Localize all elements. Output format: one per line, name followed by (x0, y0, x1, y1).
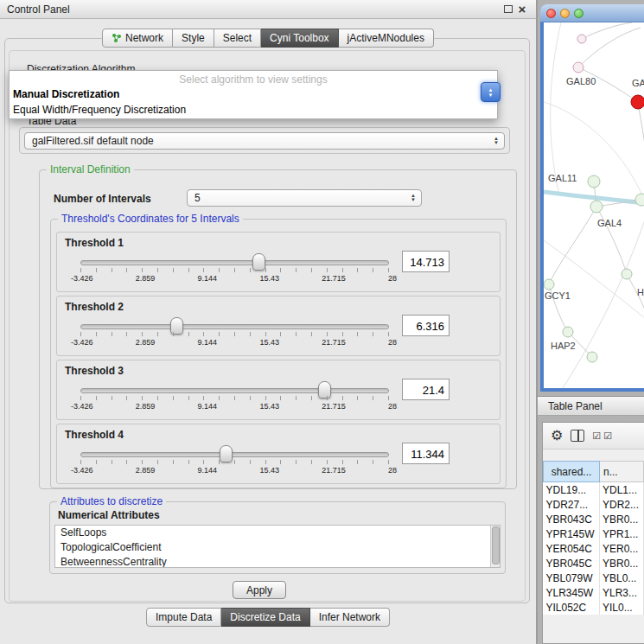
panel-tabs: Network Style Select Cyni Toolbox jActiv… (0, 29, 536, 48)
threshold-3-slider[interactable]: -3.4262.8599.14415.4321.71528 (80, 381, 389, 419)
cell-shared-name[interactable]: YBR043C (544, 512, 600, 526)
slider-scale: -3.4262.8599.14415.4321.71528 (71, 402, 397, 411)
threshold-4-value-field[interactable]: 11.344 (402, 443, 450, 464)
network-node[interactable] (631, 95, 644, 109)
cell-shared-name[interactable]: YDR27... (544, 497, 600, 512)
column-header-name[interactable]: n... (600, 462, 644, 482)
network-canvas-svg[interactable]: GAL80GAGAL11GAL4GCY1HAP2H (544, 22, 644, 388)
cell-name[interactable]: YLR3... (600, 585, 644, 600)
network-window-titlebar[interactable] (540, 4, 644, 22)
table-row[interactable]: YBL079W YBL0... (544, 571, 644, 585)
cell-shared-name[interactable]: YLR345W (544, 585, 600, 600)
cell-name[interactable]: YBR0... (600, 556, 644, 571)
close-traffic-light-icon[interactable] (546, 9, 556, 18)
table-row[interactable]: YER054C YER0... (544, 541, 644, 556)
cell-shared-name[interactable]: YIL052C (544, 600, 600, 615)
slider-track[interactable] (80, 452, 389, 457)
table-toolbar: ⚙ ☑ ☑ (543, 423, 644, 450)
slider-track[interactable] (80, 388, 389, 393)
node-table: shared... n... YDL19... YDL1... YDR27...… (543, 461, 644, 615)
minimize-traffic-light-icon[interactable] (560, 9, 570, 18)
list-item[interactable]: BetweennessCentrality (55, 555, 500, 568)
threshold-1-slider[interactable]: -3.4262.8599.14415.4321.71528 (80, 253, 389, 291)
table-row[interactable]: YDR27... YDR2... (544, 497, 644, 512)
tab-infer-network[interactable]: Infer Network (310, 608, 390, 627)
network-node-label: GAL80 (566, 76, 596, 86)
cell-shared-name[interactable]: YBL079W (544, 571, 600, 585)
algorithm-option-equal-width[interactable]: Equal Width/Frequency Discretization (10, 103, 497, 118)
network-node[interactable] (573, 62, 583, 73)
table-row[interactable]: YDL19... YDL1... (544, 482, 644, 498)
slider-scale: -3.4262.8599.14415.4321.71528 (71, 274, 397, 283)
threshold-4-slider[interactable]: -3.4262.8599.14415.4321.71528 (80, 445, 389, 483)
network-edge (549, 207, 596, 284)
network-node-label: H (637, 287, 644, 297)
cell-name[interactable]: YPR1... (600, 526, 644, 541)
algorithm-option-manual[interactable]: Manual Discretization (10, 87, 497, 103)
threshold-1-value-field[interactable]: 14.713 (402, 251, 450, 272)
checkboxes-icon[interactable]: ☑ ☑ (592, 430, 612, 442)
slider-track[interactable] (80, 324, 389, 329)
table-panel-titlebar[interactable]: Table Panel (538, 396, 644, 416)
numerical-attributes-title: Numerical Attributes (58, 509, 160, 521)
zoom-traffic-light-icon[interactable] (574, 9, 583, 18)
table-row[interactable]: YBR043C YBR0... (544, 512, 644, 526)
tab-discretize-data[interactable]: Discretize Data (221, 608, 309, 627)
algorithm-combo-stepper[interactable]: ▲ ▼ (481, 82, 501, 102)
network-node[interactable] (622, 269, 632, 279)
cell-name[interactable]: YDR2... (600, 497, 644, 512)
column-header-shared-name[interactable]: shared... (544, 462, 600, 482)
tab-cyni-toolbox[interactable]: Cyni Toolbox (261, 29, 338, 48)
network-node[interactable] (544, 279, 554, 290)
cell-name[interactable]: YBR0... (600, 512, 644, 526)
table-data-combo[interactable]: galFiltered.sif default node ▲ ▼ (24, 132, 505, 150)
cell-name[interactable]: YER0... (600, 541, 644, 556)
cell-shared-name[interactable]: YER054C (544, 541, 600, 556)
float-window-button[interactable] (501, 3, 515, 16)
slider-track[interactable] (80, 260, 389, 265)
network-node[interactable] (635, 194, 644, 206)
number-of-intervals-combo[interactable]: 5 ▲ ▼ (187, 189, 422, 207)
tab-style[interactable]: Style (173, 29, 214, 48)
table-row[interactable]: YPR145W YPR1... (544, 526, 644, 541)
number-of-intervals-label: Number of Intervals (54, 193, 151, 205)
network-node[interactable] (587, 352, 597, 362)
scale-label: 15.43 (259, 338, 279, 347)
table-row[interactable]: YIL052C YIL0... (544, 600, 644, 615)
attributes-list[interactable]: SelfLoopsTopologicalCoefficientBetweenne… (54, 525, 501, 568)
scale-label: 28 (388, 274, 397, 283)
cell-name[interactable]: YBL0... (600, 571, 644, 585)
tab-jactivemnodules[interactable]: jActiveMNodules (339, 29, 434, 48)
close-panel-button[interactable]: × (515, 3, 529, 16)
threshold-2-value-field[interactable]: 6.316 (402, 315, 450, 336)
cell-shared-name[interactable]: YDL19... (544, 482, 600, 498)
cell-shared-name[interactable]: YBR045C (544, 556, 600, 571)
tab-impute-data[interactable]: Impute Data (146, 608, 221, 627)
attributes-list-scrollbar[interactable] (490, 526, 500, 567)
cell-name[interactable]: YDL1... (600, 482, 644, 498)
scrollbar-thumb[interactable] (492, 526, 500, 564)
apply-button[interactable]: Apply (233, 581, 286, 599)
cell-name[interactable]: YIL0... (600, 600, 644, 615)
list-item[interactable]: TopologicalCoefficient (55, 540, 500, 555)
network-node[interactable] (590, 201, 603, 213)
tab-select[interactable]: Select (214, 29, 261, 48)
network-node[interactable] (577, 35, 586, 43)
table-row[interactable]: YLR345W YLR3... (544, 585, 644, 600)
list-item[interactable]: SelfLoops (55, 526, 500, 540)
combo-stepper-icon[interactable]: ▲ ▼ (491, 133, 501, 149)
network-tab-icon (112, 33, 122, 43)
network-node[interactable] (588, 175, 600, 188)
combo-stepper-icon[interactable]: ▲ ▼ (408, 190, 418, 206)
network-canvas[interactable]: GAL80GAGAL11GAL4GCY1HAP2H (544, 22, 644, 388)
cell-shared-name[interactable]: YPR145W (544, 526, 600, 541)
scale-label: 2.859 (136, 338, 156, 347)
tab-network[interactable]: Network (102, 29, 173, 48)
columns-icon[interactable] (571, 430, 584, 442)
threshold-2-slider[interactable]: -3.4262.8599.14415.4321.71528 (80, 317, 389, 355)
scale-label: -3.426 (71, 402, 93, 411)
gear-icon[interactable]: ⚙ (551, 429, 563, 443)
table-row[interactable]: YBR045C YBR0... (544, 556, 644, 571)
network-node[interactable] (563, 327, 573, 337)
threshold-3-value-field[interactable]: 21.4 (402, 379, 450, 400)
